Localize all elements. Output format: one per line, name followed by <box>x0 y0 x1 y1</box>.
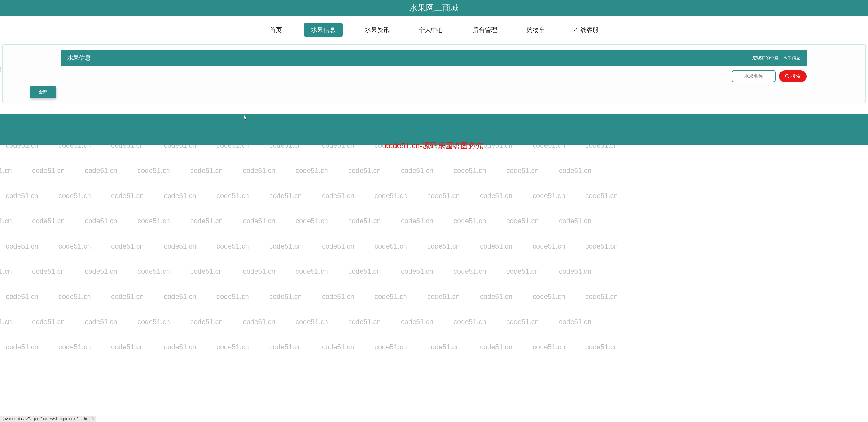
main-nav: 首页 水果信息 水果资讯 个人中心 后台管理 购物车 在线客服 <box>0 17 868 44</box>
nav-item-customer-service[interactable]: 在线客服 <box>567 23 606 37</box>
header-title-bar: 水果网上商城 <box>0 0 868 17</box>
site-title: 水果网上商城 <box>409 3 459 12</box>
svg-point-0 <box>785 75 788 77</box>
search-input[interactable] <box>732 70 776 82</box>
svg-line-1 <box>788 77 789 78</box>
search-row: 搜索 <box>3 66 865 86</box>
nav-item-cart[interactable]: 购物车 <box>520 23 552 37</box>
filter-tag-all[interactable]: 全部 <box>30 86 56 99</box>
breadcrumb: 您现在的位置：水果信息 <box>752 55 801 61</box>
section-title: 水果信息 <box>67 54 91 62</box>
nav-item-home[interactable]: 首页 <box>262 23 289 37</box>
watermark-caption: code51.cn-源码乐园盗图必究 <box>0 141 868 151</box>
content-panel: 水果信息 您现在的位置：水果信息 搜索 全部 <box>2 44 866 103</box>
nav-item-personal-center[interactable]: 个人中心 <box>412 23 451 37</box>
nav-item-fruit-news[interactable]: 水果资讯 <box>358 23 397 37</box>
nav-item-admin[interactable]: 后台管理 <box>466 23 504 37</box>
search-button[interactable]: 搜索 <box>779 70 807 82</box>
filter-row: 全部 <box>3 86 865 103</box>
section-header: 水果信息 您现在的位置：水果信息 <box>61 50 807 66</box>
nav-item-fruit-info[interactable]: 水果信息 <box>304 23 343 37</box>
search-icon <box>785 74 789 79</box>
